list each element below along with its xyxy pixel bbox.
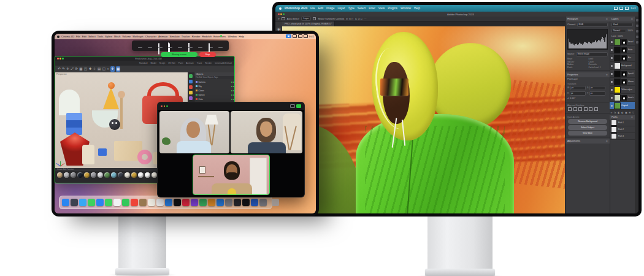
layer-name[interactable]: Hood up (628, 96, 634, 99)
info-panel-icon[interactable] (636, 36, 638, 38)
align-top-icon[interactable] (584, 107, 588, 111)
participant-tile-active-speaker[interactable] (193, 155, 270, 195)
minimize-button[interactable] (280, 13, 282, 15)
align-right-icon[interactable] (578, 107, 582, 111)
dock-app-numbers[interactable] (199, 199, 207, 206)
object-row[interactable]: Cloner (194, 88, 235, 93)
menu-item[interactable]: Edit (318, 7, 323, 10)
path-row[interactable]: Path 1 (610, 120, 635, 126)
fill-value[interactable]: 100% (618, 35, 623, 37)
toolbar-icon[interactable]: ↷ (62, 66, 65, 72)
layer-mask-thumbnail[interactable] (621, 71, 627, 77)
zoom-button[interactable] (62, 58, 64, 59)
transform-field[interactable]: W: px (567, 86, 586, 90)
palette-spline-tool[interactable] (189, 85, 193, 89)
dock-app-facetime[interactable] (105, 199, 112, 206)
object-name[interactable]: Cloner (199, 90, 231, 92)
toolbar-icon[interactable]: ▦ (79, 66, 82, 72)
menu-item[interactable]: Window (401, 7, 411, 10)
minimize-button[interactable] (59, 58, 61, 59)
menu-clock[interactable]: 9:41 (309, 35, 314, 38)
facetime-window[interactable] (157, 102, 305, 197)
layer-visibility-icon[interactable] (611, 65, 613, 67)
close-button[interactable] (161, 105, 163, 107)
panel-menu-icon[interactable]: ≡ (606, 139, 608, 144)
capture-draw[interactable] (198, 44, 202, 48)
dock-app-appstore[interactable] (165, 199, 172, 206)
visibility-dot[interactable] (231, 94, 232, 96)
options-more[interactable]: ··· (364, 18, 367, 20)
material-swatch[interactable] (145, 172, 150, 178)
panel-menu-icon[interactable]: ≡ (606, 72, 608, 77)
visibility-dot[interactable] (231, 90, 232, 91)
layer-mask-thumbnail[interactable] (621, 95, 627, 101)
layers-footer-icon[interactable]: ⊞ (629, 111, 631, 114)
layer-thumbnail[interactable] (614, 94, 621, 101)
menu-item[interactable]: Select (358, 7, 366, 10)
material-swatch[interactable] (151, 172, 157, 178)
field-value[interactable]: px (570, 86, 586, 90)
menu-item[interactable]: Select (88, 35, 96, 38)
material-swatch[interactable] (57, 172, 63, 178)
capture-cursor[interactable] (168, 44, 172, 48)
menu-clock[interactable]: 9:41 (631, 7, 636, 10)
menu-item[interactable]: Animate (158, 35, 167, 38)
layer-thumbnail[interactable] (614, 86, 621, 93)
apple-menu-icon[interactable] (279, 7, 282, 10)
material-swatch[interactable] (77, 172, 83, 178)
model-mode-icon[interactable]: ▦ (116, 66, 120, 72)
dock-app-capture[interactable] (259, 199, 267, 206)
layers-footer-icon[interactable]: ▣ (625, 111, 627, 114)
layers-footer-icon[interactable]: ▽ (632, 111, 634, 114)
render-dot[interactable] (233, 99, 234, 100)
path-thumbnail[interactable] (611, 133, 617, 139)
distribute-icons[interactable]: ⊑ ⊒ ⊔ (355, 17, 362, 20)
dock-app-files[interactable] (251, 199, 258, 206)
layer-name[interactable]: Blur (628, 56, 634, 59)
transform-field[interactable]: H: px (567, 91, 586, 96)
palette-sphere-tool[interactable] (189, 80, 193, 83)
menu-item[interactable]: Filter (369, 7, 375, 10)
layers-footer-icon[interactable]: ∞ (610, 111, 612, 114)
dock-app-settings[interactable] (225, 199, 232, 206)
material-swatch[interactable] (84, 172, 90, 178)
transform-controls-checkbox[interactable] (313, 17, 316, 21)
object-row[interactable]: Sphere (194, 93, 235, 97)
transform-field[interactable]: Y: px (587, 91, 605, 96)
render-dot[interactable] (233, 86, 234, 87)
search-icon[interactable] (298, 34, 302, 38)
menu-item[interactable]: Help (414, 7, 420, 10)
adjustments-panel-header[interactable]: Adjustments ≡ (565, 139, 610, 144)
menu-item[interactable]: Window (228, 35, 237, 38)
dock-app-podcasts[interactable] (191, 199, 198, 206)
align-center-icon[interactable] (573, 107, 577, 111)
trash-icon[interactable] (272, 199, 279, 206)
menu-item[interactable]: Spline (105, 35, 112, 38)
viewport-label[interactable]: Perspective (56, 73, 67, 75)
kind-filter[interactable]: Kind (611, 23, 633, 27)
object-row[interactable]: Cube (194, 97, 235, 101)
channel-select[interactable]: RGB (577, 23, 608, 27)
layer-thumbnail[interactable] (614, 63, 621, 69)
toolbar-icon[interactable]: ⤢ (71, 66, 73, 72)
menu-item[interactable]: Tracker (182, 35, 190, 38)
toolbar-icon[interactable]: ↶ (58, 66, 61, 72)
properties-panel-header[interactable]: Properties ≡ (565, 72, 610, 77)
layout-tab[interactable]: Track (196, 61, 203, 65)
path-name[interactable]: Path 3 (618, 135, 624, 137)
dock-app-notes[interactable] (148, 199, 155, 206)
layer-row[interactable]: Smart Filters (610, 38, 635, 46)
transform-field[interactable]: X: px (587, 86, 605, 90)
layers-footer-icon[interactable]: ◐ (621, 111, 624, 114)
layer-row[interactable]: Hood up (610, 94, 635, 102)
menu-item[interactable]: Character (145, 35, 156, 38)
align-middle-icon[interactable] (589, 107, 592, 111)
layer-row[interactable]: Yellow adjust (610, 86, 635, 94)
toolbar-icon[interactable]: ▤ (98, 66, 101, 72)
layout-tab[interactable]: Standard (138, 61, 149, 65)
palette-deform-tool[interactable] (189, 96, 193, 100)
align-left-icon[interactable] (568, 107, 572, 111)
capture-hide[interactable] (218, 44, 223, 48)
layer-mask-thumbnail[interactable] (621, 39, 627, 45)
layout-tab[interactable]: Paint (177, 61, 185, 65)
